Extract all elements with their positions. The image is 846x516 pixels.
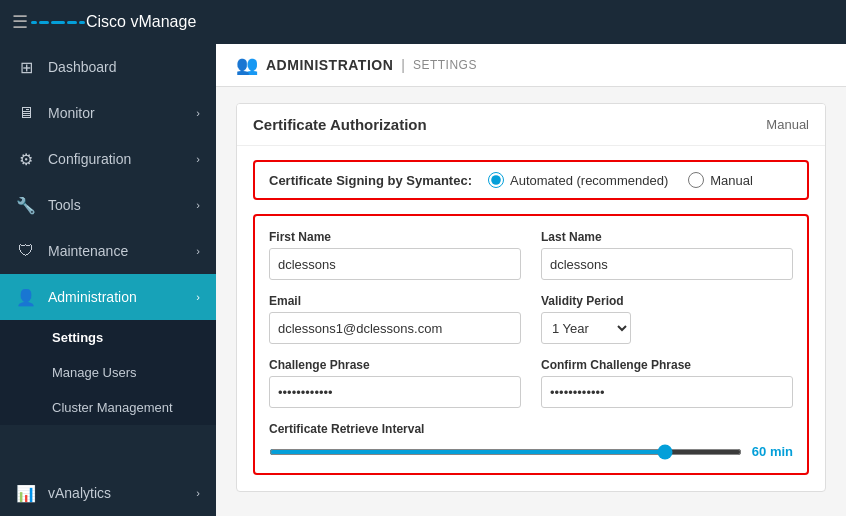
page-header: 👥 ADMINISTRATION | SETTINGS	[216, 44, 846, 87]
radio-automated-input[interactable]	[488, 172, 504, 188]
monitor-icon: 🖥	[16, 104, 36, 122]
maintenance-icon: 🛡	[16, 242, 36, 260]
page-header-icon: 👥	[236, 54, 258, 76]
card-mode: Manual	[766, 117, 809, 132]
sidebar-item-maintenance[interactable]: 🛡 Maintenance ›	[0, 228, 216, 274]
firstname-label: First Name	[269, 230, 521, 244]
validity-select[interactable]: 1 Year 2 Years 3 Years	[541, 312, 631, 344]
form-row-2: Email Validity Period 1 Year 2 Years 3 Y…	[269, 294, 793, 344]
hamburger-icon[interactable]: ☰	[12, 11, 28, 33]
tools-chevron: ›	[196, 199, 200, 211]
interval-slider[interactable]	[269, 449, 742, 455]
cert-signing-label: Certificate Signing by Symantec:	[269, 173, 472, 188]
main-content: 👥 ADMINISTRATION | SETTINGS Certificate …	[216, 44, 846, 516]
radio-manual-input[interactable]	[688, 172, 704, 188]
form-group-firstname: First Name	[269, 230, 521, 280]
confirm-challenge-input[interactable]	[541, 376, 793, 408]
form-group-validity: Validity Period 1 Year 2 Years 3 Years	[541, 294, 793, 344]
radio-automated-label: Automated (recommended)	[510, 173, 668, 188]
cisco-bars	[31, 21, 85, 24]
form-section: First Name Last Name Email	[253, 214, 809, 475]
sidebar-item-administration[interactable]: 👤 Administration ›	[0, 274, 216, 320]
monitor-chevron: ›	[196, 107, 200, 119]
slider-label: Certificate Retrieve Interval	[269, 422, 793, 436]
challenge-label: Challenge Phrase	[269, 358, 521, 372]
radio-automated[interactable]: Automated (recommended)	[488, 172, 668, 188]
card-title: Certificate Authorization	[253, 116, 427, 133]
certificate-card: Certificate Authorization Manual Certifi…	[236, 103, 826, 492]
cert-signing-row: Certificate Signing by Symantec: Automat…	[253, 160, 809, 200]
sidebar-sub-settings[interactable]: Settings	[0, 320, 216, 355]
sidebar-label-monitor: Monitor	[48, 105, 95, 121]
sidebar-item-monitor[interactable]: 🖥 Monitor ›	[0, 90, 216, 136]
sidebar-sub-manage-users[interactable]: Manage Users	[0, 355, 216, 390]
slider-row: Certificate Retrieve Interval 60 min	[269, 422, 793, 459]
form-group-confirm-challenge: Confirm Challenge Phrase	[541, 358, 793, 408]
slider-container: 60 min	[269, 444, 793, 459]
lastname-input[interactable]	[541, 248, 793, 280]
vanalytics-chevron: ›	[196, 487, 200, 499]
sidebar-item-vanalytics[interactable]: 📊 vAnalytics ›	[0, 470, 216, 516]
slider-value: 60 min	[752, 444, 793, 459]
sidebar-label-tools: Tools	[48, 197, 81, 213]
sidebar: ⊞ Dashboard 🖥 Monitor › ⚙ Configuration …	[0, 44, 216, 516]
validity-label: Validity Period	[541, 294, 793, 308]
vanalytics-icon: 📊	[16, 484, 36, 503]
email-label: Email	[269, 294, 521, 308]
radio-group: Automated (recommended) Manual	[488, 172, 753, 188]
administration-chevron: ›	[196, 291, 200, 303]
radio-manual[interactable]: Manual	[688, 172, 753, 188]
form-group-lastname: Last Name	[541, 230, 793, 280]
sidebar-label-administration: Administration	[48, 289, 137, 305]
configuration-chevron: ›	[196, 153, 200, 165]
page-header-title: ADMINISTRATION	[266, 57, 393, 73]
radio-manual-label: Manual	[710, 173, 753, 188]
cisco-logo	[38, 12, 78, 32]
lastname-label: Last Name	[541, 230, 793, 244]
sidebar-label-maintenance: Maintenance	[48, 243, 128, 259]
page-header-subtitle: SETTINGS	[413, 58, 477, 72]
sidebar-label-dashboard: Dashboard	[48, 59, 117, 75]
card-header: Certificate Authorization Manual	[237, 104, 825, 146]
administration-icon: 👤	[16, 288, 36, 307]
form-row-3: Challenge Phrase Confirm Challenge Phras…	[269, 358, 793, 408]
sidebar-sub-menu: Settings Manage Users Cluster Management	[0, 320, 216, 425]
sidebar-item-tools[interactable]: 🔧 Tools ›	[0, 182, 216, 228]
content-area: Certificate Authorization Manual Certifi…	[216, 87, 846, 516]
top-nav: ☰ Cisco vManage	[0, 0, 846, 44]
sidebar-item-dashboard[interactable]: ⊞ Dashboard	[0, 44, 216, 90]
sidebar-label-vanalytics: vAnalytics	[48, 485, 111, 501]
challenge-input[interactable]	[269, 376, 521, 408]
tools-icon: 🔧	[16, 196, 36, 215]
page-header-separator: |	[401, 57, 405, 73]
sidebar-sub-cluster-management[interactable]: Cluster Management	[0, 390, 216, 425]
form-group-email: Email	[269, 294, 521, 344]
maintenance-chevron: ›	[196, 245, 200, 257]
sidebar-item-configuration[interactable]: ⚙ Configuration ›	[0, 136, 216, 182]
layout: ⊞ Dashboard 🖥 Monitor › ⚙ Configuration …	[0, 44, 846, 516]
app-title: Cisco vManage	[86, 13, 196, 31]
form-group-challenge: Challenge Phrase	[269, 358, 521, 408]
logo: Cisco vManage	[38, 12, 196, 32]
confirm-challenge-label: Confirm Challenge Phrase	[541, 358, 793, 372]
dashboard-icon: ⊞	[16, 58, 36, 77]
email-input[interactable]	[269, 312, 521, 344]
configuration-icon: ⚙	[16, 150, 36, 169]
firstname-input[interactable]	[269, 248, 521, 280]
form-row-1: First Name Last Name	[269, 230, 793, 280]
sidebar-label-configuration: Configuration	[48, 151, 131, 167]
